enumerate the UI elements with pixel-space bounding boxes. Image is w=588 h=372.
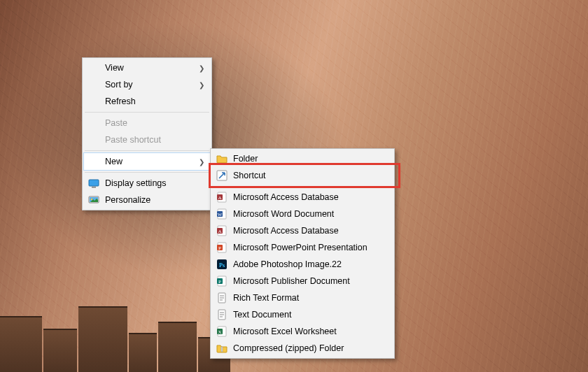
rtf-icon [216,292,227,303]
menu-separator [213,186,392,187]
new-submenu: FolderShortcutAMicrosoft Access Database… [210,148,395,359]
svg-point-4 [91,199,93,201]
menu-label: Microsoft Word Document [233,209,334,219]
menu-refresh[interactable]: Refresh [84,93,210,110]
new-microsoft-publisher-document[interactable]: PMicrosoft Publisher Document [212,273,393,289]
menu-label: Rich Text Format [233,293,299,303]
menu-label: Microsoft Access Database [233,192,339,202]
menu-label: Refresh [105,96,136,106]
menu-label: Sort by [105,80,133,90]
menu-separator [85,150,209,151]
svg-text:A: A [218,229,221,234]
menu-label: Paste shortcut [105,135,161,145]
word-icon: W [216,208,227,220]
new-microsoft-powerpoint-presentation[interactable]: PMicrosoft PowerPoint Presentation [212,239,393,256]
new-microsoft-excel-worksheet[interactable]: XMicrosoft Excel Worksheet [212,323,393,340]
svg-rect-1 [92,187,96,188]
folder-icon [216,153,227,164]
new-rich-text-format[interactable]: Rich Text Format [212,289,393,306]
chevron-right-icon: ❯ [199,158,204,166]
chevron-right-icon: ❯ [199,81,204,89]
svg-text:P: P [218,245,221,251]
new-text-document[interactable]: Text Document [212,306,393,323]
menu-label: Microsoft Publisher Document [233,276,350,286]
display-settings-icon [88,178,99,189]
menu-paste: Paste [84,115,210,131]
personalize-icon [88,194,99,206]
svg-text:P: P [218,279,221,285]
svg-text:W: W [218,212,223,217]
new-compressed-zipped-folder[interactable]: Compressed (zipped) Folder [212,340,393,357]
svg-text:Ps: Ps [219,262,225,269]
excel-icon: X [216,326,227,337]
menu-sort-by[interactable]: Sort by ❯ [84,76,210,93]
text-icon [216,309,227,320]
menu-view[interactable]: View ❯ [84,59,210,76]
powerpoint-icon: P [216,242,227,253]
new-shortcut[interactable]: Shortcut [212,167,393,184]
new-microsoft-access-database[interactable]: AMicrosoft Access Database [212,189,393,206]
menu-label: Shortcut [233,171,266,180]
svg-text:X: X [218,329,221,335]
new-adobe-photoshop-image-22[interactable]: PsAdobe Photoshop Image.22 [212,256,393,273]
menu-separator [85,172,209,173]
menu-label: View [105,63,124,73]
menu-separator [85,112,209,113]
new-folder[interactable]: Folder [212,150,393,167]
publisher-icon: P [216,276,227,287]
menu-display-settings[interactable]: Display settings [84,175,210,192]
menu-label: Folder [233,154,258,164]
access-icon: A [216,225,227,236]
svg-rect-0 [89,180,99,186]
menu-label: Paste [105,118,127,128]
menu-personalize[interactable]: Personalize [84,192,210,208]
menu-label: New [105,157,122,166]
menu-label: Microsoft Access Database [233,226,339,236]
menu-paste-shortcut: Paste shortcut [84,131,210,148]
new-microsoft-word-document[interactable]: WMicrosoft Word Document [212,206,393,222]
menu-label: Compressed (zipped) Folder [233,343,344,353]
svg-text:A: A [218,195,221,201]
menu-label: Personalize [105,195,150,205]
chevron-right-icon: ❯ [199,64,204,72]
photoshop-icon: Ps [216,259,227,270]
shortcut-icon [216,170,227,181]
menu-new[interactable]: New ❯ [84,153,210,170]
menu-label: Adobe Photoshop Image.22 [233,259,342,269]
svg-rect-34 [221,347,223,352]
zip-icon [216,343,227,354]
menu-label: Text Document [233,310,291,320]
new-microsoft-access-database[interactable]: AMicrosoft Access Database [212,222,393,239]
access-icon: A [216,192,227,203]
menu-label: Microsoft Excel Worksheet [233,327,337,336]
menu-label: Microsoft PowerPoint Presentation [233,243,368,252]
menu-label: Display settings [105,178,167,188]
desktop-context-menu: View ❯ Sort by ❯ Refresh Paste Paste sho… [82,57,212,210]
